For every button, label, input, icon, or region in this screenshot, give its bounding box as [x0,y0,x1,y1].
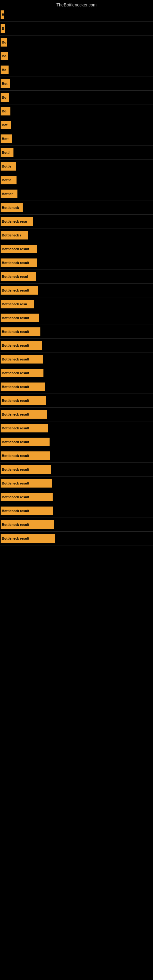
bar-label: Bo [1,38,7,46]
bar-separator [0,490,153,490]
bar-label: Bottleneck result [1,520,54,529]
bar-separator [0,380,153,380]
bar-separator [0,352,153,353]
bar-item: Bo [0,36,153,48]
bar-item: Bottleneck result [0,395,153,407]
bar-item: Bot [0,78,153,90]
bar-item: Bottleneck result [0,257,153,269]
bar-label: Bot [1,79,10,88]
bar-label: Bo [1,52,8,60]
bar-separator [0,173,153,173]
bar-item: Bottleneck resul [0,270,153,283]
bar-label: Bo [1,65,9,74]
bar-item: Bo [0,64,153,76]
bar-separator [0,187,153,187]
bar-item: Bottleneck result [0,243,153,255]
bar-separator [0,517,153,518]
bar-label: Bottleneck result [1,396,46,405]
bar-label: Bo [1,107,10,115]
bar-separator [0,256,153,256]
bar-item: Bottleneck resu [0,215,153,228]
bar-item: Bottleneck result [0,450,153,462]
bar-label: Bot [1,121,11,129]
bar-item: Bottleneck result [0,477,153,489]
bar-label: Bottleneck result [1,341,42,350]
bar-label: Bottleneck result [1,382,45,391]
bar-item: Bottleneck result [0,367,153,379]
bar-item: Bottler [0,188,153,200]
bar-item: Bo [0,50,153,62]
bar-item: Bottl [0,146,153,159]
bar-separator [0,449,153,449]
bar-item: Bottleneck result [0,381,153,393]
bar-separator [0,476,153,477]
bars-container: BBBoBoBoBotBoBoBotBottBottlBottleBottleB… [0,9,153,546]
bar-label: Bottler [1,189,18,198]
bar-separator [0,200,153,201]
bar-separator [0,435,153,435]
bar-item: Bottleneck [0,202,153,214]
bar-item: B [0,9,153,21]
bar-item: Bottleneck result [0,463,153,476]
bar-label: Bottleneck result [1,258,37,267]
bar-separator [0,421,153,422]
bar-item: Bot [0,119,153,131]
bar-label: Bottleneck resul [1,272,36,281]
bar-item: Bottleneck result [0,284,153,296]
bar-item: Bottleneck result [0,491,153,503]
bar-label: Bo [1,93,9,102]
bar-label: B [1,10,4,19]
bar-label: Bottleneck result [1,410,47,418]
bar-item: Bottleneck result [0,532,153,544]
bar-separator [0,242,153,242]
bar-label: Bottle [1,176,16,185]
bar-item: Bottleneck result [0,408,153,420]
bar-label: Bottleneck result [1,479,52,488]
bar-item: Bottleneck result [0,312,153,324]
bar-label: Bottleneck result [1,465,51,474]
bar-item: Bottleneck r [0,229,153,241]
bar-separator [0,504,153,504]
bar-separator [0,145,153,146]
bar-label: Bottle [1,162,16,170]
bar-label: Bottleneck result [1,355,43,364]
bar-item: Bottleneck result [0,353,153,365]
bar-item: Bo [0,105,153,117]
bar-separator [0,297,153,298]
bar-separator [0,311,153,311]
bar-item: Bottleneck result [0,436,153,448]
bar-label: Bottleneck result [1,534,55,542]
bar-label: Bottleneck result [1,245,37,253]
bar-separator [0,228,153,229]
site-title: TheBottlenecker.com [0,0,153,9]
bar-item: B [0,22,153,35]
bar-item: Bottle [0,160,153,172]
bar-label: Bottleneck result [1,313,39,322]
bar-item: Bottleneck result [0,505,153,517]
bar-separator [0,104,153,105]
bar-label: Bottleneck result [1,328,40,336]
bar-label: Bottleneck result [1,286,38,294]
bar-label: Bottleneck resu [1,217,33,226]
bar-label: Bottleneck result [1,493,53,501]
bar-label: Bottleneck result [1,506,53,515]
bar-label: Bottleneck result [1,369,43,377]
bar-separator [0,545,153,546]
bar-label: Bottleneck resu [1,300,33,309]
bar-item: Bottleneck result [0,326,153,338]
bar-item: Bottleneck resu [0,298,153,310]
bar-item: Bottleneck result [0,339,153,352]
bar-separator [0,325,153,325]
bar-separator [0,63,153,63]
bar-item: Bottleneck result [0,519,153,531]
bar-label: Bottleneck result [1,452,50,460]
bar-separator [0,76,153,77]
bar-separator [0,366,153,366]
bar-separator [0,132,153,132]
bar-label: Bottleneck result [1,438,49,446]
bar-separator [0,90,153,91]
bar-item: Bo [0,91,153,103]
bar-separator [0,393,153,394]
bar-item: Bottle [0,174,153,186]
bar-separator [0,269,153,270]
